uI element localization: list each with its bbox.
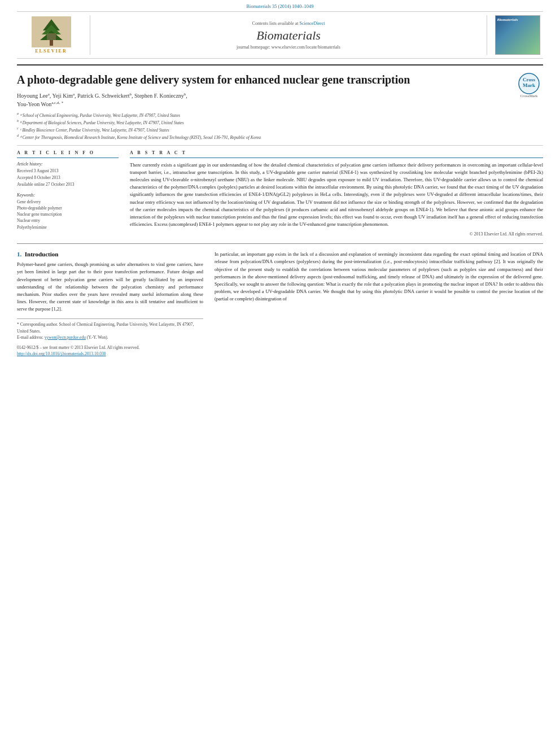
keyword-4: Nuclear entry [17,217,119,224]
sciencedirect-link[interactable]: ScienceDirect [300,21,325,26]
issn-line: 0142-9612/$ – see front matter © 2013 El… [17,345,139,350]
affiliation-d: d ᵈ Center for Theragnosis, Biomedical R… [17,133,509,141]
intro-left-column: 1. Introduction Polymer-based gene carri… [17,251,203,356]
journal-header: ELSEVIER Contents lists available at Sci… [17,11,543,59]
article-info-column: A R T I C L E I N F O Article history: R… [17,150,119,237]
citation-text: Biomaterials 35 (2014) 1040–1049 [246,3,313,9]
article-title-block: A photo-degradable gene delivery system … [17,72,509,141]
biomaterials-logo-text: Biomaterials [497,18,518,22]
intro-right-column: In particular, an important gap exists i… [215,251,543,356]
email-link[interactable]: yywon@ecn.purdue.edu [45,335,86,340]
svg-text:Cross: Cross [523,77,535,82]
abstract-text: There currently exists a significant gap… [130,161,543,229]
email-note: E-mail address: yywon@ecn.purdue.edu (Y.… [17,334,203,340]
biomaterials-logo-graphic: Biomaterials [495,15,540,55]
elsevier-wordmark: ELSEVIER [35,49,67,54]
introduction-section: 1. Introduction Polymer-based gene carri… [17,251,543,356]
footnote-section: * Corresponding author. School of Chemic… [17,318,203,340]
affiliations-block: a ᵃ School of Chemical Engineering, Purd… [17,111,509,141]
journal-citation: Biomaterials 35 (2014) 1040–1049 [0,0,560,11]
history-label: Article history: [17,161,119,167]
intro-right-body: In particular, an important gap exists i… [215,251,543,303]
keyword-3: Nuclear gene transcription [17,211,119,217]
intro-left-body: Polymer-based gene carriers, though prom… [17,261,203,313]
svg-text:Mark: Mark [523,82,535,88]
journal-title-section: Contents lists available at ScienceDirec… [90,15,487,55]
keyword-5: Polyethylenimine [17,224,119,230]
keyword-1: Gene delivery [17,199,119,205]
sciencedirect-line: Contents lists available at ScienceDirec… [252,21,325,26]
introduction-title: Introduction [25,251,59,257]
affiliation-b: b ᵇ Department of Biological Sciences, P… [17,119,509,126]
article-title-section: A photo-degradable gene delivery system … [17,64,543,141]
article-info-label: A R T I C L E I N F O [17,150,119,155]
authors-line: Hoyoung Leea, Yeji Kima, Patrick G. Schw… [17,91,509,109]
doi-link[interactable]: http://dx.doi.org/10.1016/j.biomaterials… [17,351,106,356]
abstract-label: A B S T R A C T [130,150,543,155]
doi-line: http://dx.doi.org/10.1016/j.biomaterials… [17,351,203,356]
copyright-line: © 2013 Elsevier Ltd. All rights reserved… [130,231,543,237]
main-divider [17,243,543,244]
journal-title: Biomaterials [256,28,321,43]
bottom-bar: 0142-9612/$ – see front matter © 2013 El… [17,345,203,350]
info-top-divider [17,158,119,158]
keywords-label: Keywords: [17,193,119,198]
article-title: A photo-degradable gene delivery system … [17,72,509,87]
corresponding-author-note: * Corresponding author. School of Chemic… [17,321,203,334]
crossmark-logo: Cross Mark CrossMark [515,72,543,101]
abstract-column: A B S T R A C T There currently exists a… [130,150,543,237]
elsevier-logo-section: ELSEVIER [17,15,90,55]
introduction-heading: 1. Introduction [17,251,203,257]
keyword-2: Photo-degradable polymer [17,205,119,211]
journal-logo-section: Biomaterials [487,15,543,55]
info-abstract-section: A R T I C L E I N F O Article history: R… [17,150,543,237]
section-divider [17,145,543,146]
elsevier-logo: ELSEVIER [32,16,71,54]
main-content: A photo-degradable gene delivery system … [17,64,543,356]
section-number: 1. [17,251,21,257]
received-date: Received 3 August 2013 Accepted 8 Octobe… [17,168,119,188]
elsevier-tree-graphic [32,16,71,47]
svg-text:CrossMark: CrossMark [520,94,538,98]
journal-homepage: journal homepage: www.elsevier.com/locat… [237,45,340,50]
affiliation-a: a ᵃ School of Chemical Engineering, Purd… [17,111,509,119]
svg-rect-5 [47,33,56,40]
affiliation-c: c ᶜ Bindley Bioscience Center, Purdue Un… [17,126,509,133]
abstract-top-divider [130,158,543,158]
